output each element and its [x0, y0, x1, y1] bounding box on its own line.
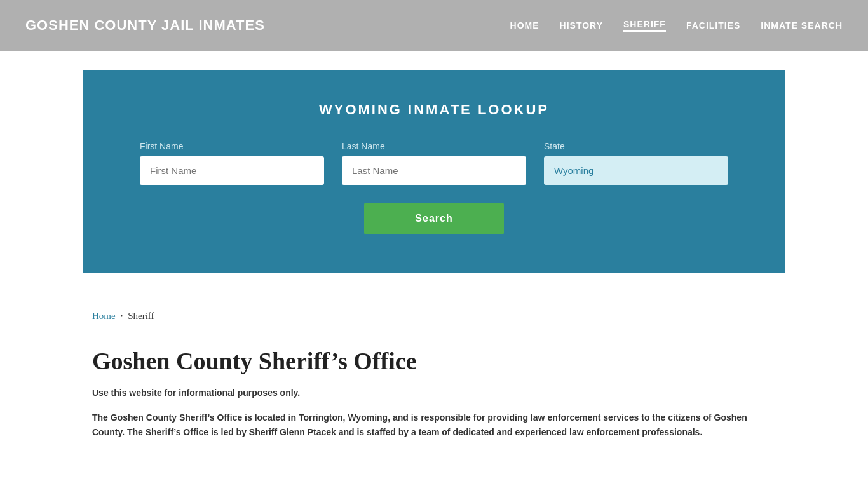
breadcrumb-section: Home • Sheriff — [0, 292, 868, 334]
state-input[interactable] — [544, 156, 728, 185]
first-name-label: First Name — [140, 141, 324, 151]
banner-wrapper: WYOMING INMATE LOOKUP First Name Last Na… — [0, 51, 868, 292]
page-heading: Goshen County Sheriff’s Office — [92, 347, 776, 376]
search-button[interactable]: Search — [364, 203, 503, 234]
description-text: The Goshen County Sheriff’s Office is lo… — [92, 410, 776, 441]
main-nav: HOME HISTORY SHERIFF FACILITIES INMATE S… — [510, 19, 843, 32]
form-fields: First Name Last Name State — [108, 141, 760, 185]
breadcrumb: Home • Sheriff — [92, 311, 776, 322]
site-title: GOSHEN COUNTY JAIL INMATES — [25, 17, 265, 34]
nav-sheriff[interactable]: SHERIFF — [623, 19, 666, 32]
search-banner: WYOMING INMATE LOOKUP First Name Last Na… — [83, 70, 785, 273]
last-name-group: Last Name — [342, 141, 526, 185]
first-name-input[interactable] — [140, 156, 324, 185]
breadcrumb-current: Sheriff — [128, 311, 154, 322]
state-group: State — [544, 141, 728, 185]
site-header: GOSHEN COUNTY JAIL INMATES HOME HISTORY … — [0, 0, 868, 51]
breadcrumb-separator: • — [121, 313, 123, 320]
nav-home[interactable]: HOME — [510, 20, 539, 30]
inmate-search-form: First Name Last Name State Search — [108, 141, 760, 234]
first-name-group: First Name — [140, 141, 324, 185]
banner-title: WYOMING INMATE LOOKUP — [319, 102, 549, 118]
breadcrumb-home[interactable]: Home — [92, 311, 116, 322]
last-name-input[interactable] — [342, 156, 526, 185]
nav-facilities[interactable]: FACILITIES — [686, 20, 740, 30]
nav-inmate-search[interactable]: INMATE SEARCH — [761, 20, 843, 30]
state-label: State — [544, 141, 728, 151]
last-name-label: Last Name — [342, 141, 526, 151]
disclaimer-text: Use this website for informational purpo… — [92, 388, 776, 398]
nav-history[interactable]: HISTORY — [560, 20, 603, 30]
main-content: Goshen County Sheriff’s Office Use this … — [0, 334, 868, 478]
